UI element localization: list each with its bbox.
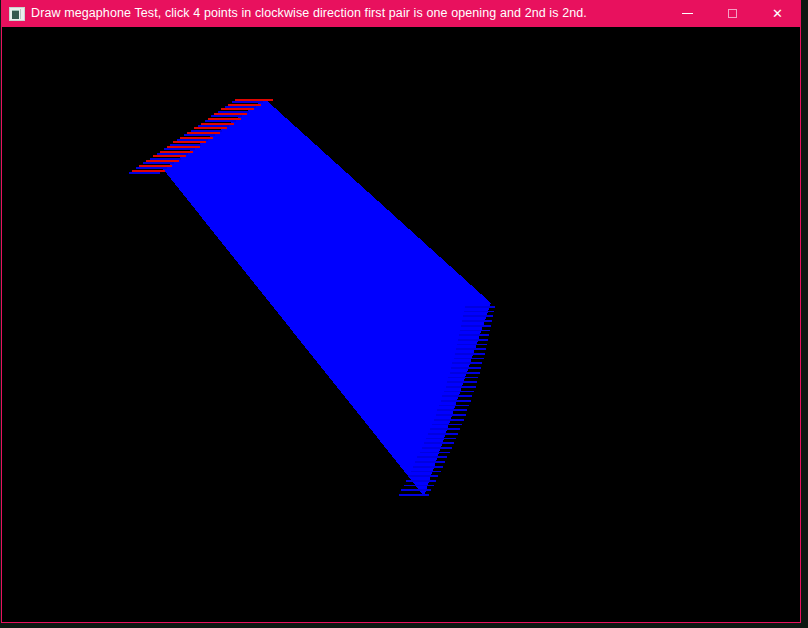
blue-edge-hatch-line [452,362,482,364]
red-edge-hatch-line [187,132,220,134]
blue-edge-hatch-line [442,395,472,397]
blue-edge-hatch-line [177,139,208,141]
blue-edge-hatch-line [459,334,489,336]
window-title: Draw megaphone Test, click 4 points in c… [31,0,665,27]
blue-edge-hatch-line [399,494,429,496]
blue-edge-hatch-line [461,325,491,327]
red-edge-hatch-line [201,123,234,125]
blue-edge-hatch-line [447,381,477,383]
blue-edge-hatch-line [157,153,188,155]
blue-edge-hatch-line [454,358,484,360]
close-button[interactable]: ✕ [755,0,800,27]
minimize-button[interactable] [665,0,710,27]
blue-edge-hatch-line [428,433,458,435]
app-icon-pane [12,10,19,19]
red-edge-hatch-line [160,151,193,153]
app-icon-divider [20,9,21,19]
blue-edge-hatch-line [446,386,476,388]
blue-edge-hatch-line [430,428,460,430]
red-edge-hatch-line [173,141,206,143]
blue-edge-hatch-line [413,466,443,468]
close-icon: ✕ [772,7,783,20]
blue-edge-hatch-line [136,167,167,169]
blue-edge-hatch-line [420,452,450,454]
blue-edge-hatch-line [458,339,488,341]
red-edge-hatch-line [235,99,273,101]
blue-edge-hatch-line [401,489,431,491]
caption-buttons: ✕ [665,0,800,27]
drawing-canvas[interactable] [2,27,800,622]
blue-edge-hatch-line [164,148,195,150]
blue-edge-hatch-line [411,471,441,473]
blue-edge-hatch-line [460,330,490,332]
red-edge-hatch-line [214,113,247,115]
blue-edge-hatch-line [205,120,236,122]
red-edge-hatch-line [132,170,165,172]
blue-edge-hatch-line [436,414,466,416]
red-edge-hatch-line [146,160,179,162]
blue-edge-hatch-line [456,348,486,350]
blue-edge-hatch-line [406,480,436,482]
maximize-icon [728,9,737,18]
desktop-background: Draw megaphone Test, click 4 points in c… [0,0,808,628]
blue-edge-hatch-line [129,172,160,174]
blue-edge-hatch-line [448,377,478,379]
blue-edge-hatch-line [150,158,181,160]
blue-edge-hatch-line [444,391,474,393]
blue-edge-hatch-line [432,424,462,426]
red-edge-hatch-line [153,155,186,157]
blue-edge-hatch-line [439,405,469,407]
blue-edge-hatch-line [415,461,445,463]
blue-edge-hatch-line [422,447,452,449]
blue-edge-hatch-line [451,367,481,369]
maximize-button[interactable] [710,0,755,27]
red-edge-hatch-line [167,146,200,148]
megaphone-shape [163,99,491,496]
red-edge-hatch-line [221,108,254,110]
minimize-icon [682,13,693,14]
blue-edge-hatch-line [424,442,454,444]
red-edge-hatch-line [228,104,261,106]
blue-edge-hatch-line [191,130,222,132]
blue-edge-hatch-line [455,353,485,355]
blue-edge-hatch-line [465,306,495,308]
blue-edge-hatch-line [457,344,487,346]
app-window: Draw megaphone Test, click 4 points in c… [1,0,801,623]
blue-edge-hatch-line [225,106,256,108]
red-edge-hatch-line [139,165,172,167]
app-icon [9,7,25,21]
blue-edge-hatch-line [232,101,263,103]
blue-edge-hatch-line [434,419,464,421]
red-edge-hatch-line [208,118,241,120]
blue-edge-hatch-line [463,315,493,317]
blue-edge-hatch-line [426,438,456,440]
megaphone-drawing [2,27,800,622]
blue-edge-hatch-line [198,125,229,127]
blue-edge-hatch-line [143,162,174,164]
blue-edge-hatch-line [464,311,494,313]
blue-edge-hatch-line [404,485,434,487]
blue-edge-hatch-line [408,475,438,477]
red-edge-hatch-line [180,137,213,139]
blue-edge-hatch-line [450,372,480,374]
blue-edge-hatch-line [417,456,447,458]
blue-edge-hatch-line [441,400,471,402]
blue-edge-hatch-line [170,144,201,146]
titlebar[interactable]: Draw megaphone Test, click 4 points in c… [2,0,800,27]
blue-edge-hatch-line [462,320,492,322]
blue-edge-hatch-line [184,134,215,136]
blue-edge-hatch-line [211,115,242,117]
blue-edge-hatch-line [218,111,249,113]
blue-edge-hatch-line [437,409,467,411]
red-edge-hatch-line [194,127,227,129]
